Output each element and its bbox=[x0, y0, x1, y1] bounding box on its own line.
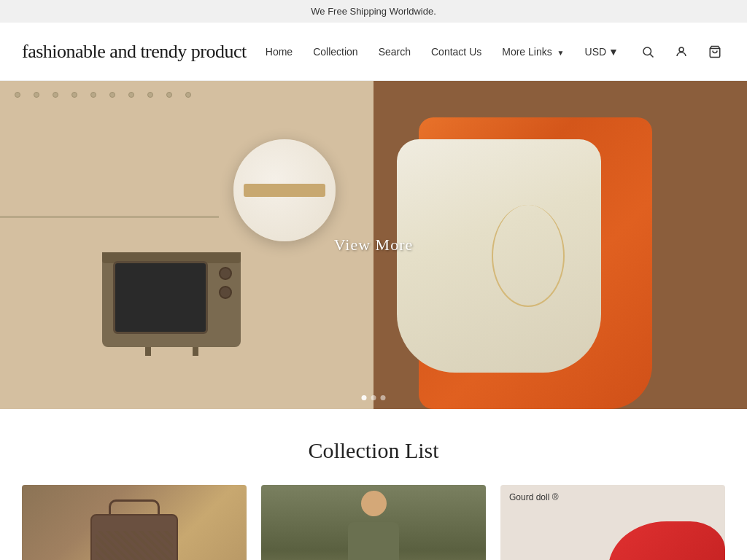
header-icons bbox=[638, 42, 725, 62]
stud-10 bbox=[185, 92, 191, 98]
account-icon bbox=[675, 45, 688, 58]
nav-contact[interactable]: Contact Us bbox=[431, 46, 481, 58]
collection-grid: Gourd doll ® bbox=[22, 485, 725, 560]
nav-more-links[interactable]: More Links ▼ bbox=[502, 46, 564, 58]
stud-7 bbox=[128, 92, 134, 98]
main-nav: Home Collection Search Contact Us More L… bbox=[266, 46, 619, 58]
collection-section: Collection List Gourd doll ® bbox=[0, 409, 747, 560]
bag-shape bbox=[90, 499, 178, 560]
cart-button[interactable] bbox=[705, 42, 725, 62]
nav-search[interactable]: Search bbox=[379, 46, 411, 58]
figure-body bbox=[348, 522, 399, 560]
currency-arrow: ▼ bbox=[608, 46, 619, 58]
collection-card-1[interactable] bbox=[22, 485, 247, 560]
view-more-button[interactable]: View More bbox=[334, 236, 413, 254]
slide-dot-2[interactable] bbox=[371, 395, 376, 400]
figure-head bbox=[361, 491, 387, 516]
site-logo[interactable]: fashionable and trendy product bbox=[22, 41, 247, 63]
wall-studs bbox=[0, 92, 219, 98]
lamp bbox=[233, 139, 336, 241]
search-icon bbox=[641, 45, 654, 58]
red-garment bbox=[608, 521, 725, 560]
account-button[interactable] bbox=[671, 42, 692, 62]
search-button[interactable] bbox=[638, 42, 658, 62]
stud-8 bbox=[147, 92, 153, 98]
shipping-text: We Free Shipping Worldwide. bbox=[311, 6, 436, 17]
jacket-figure bbox=[344, 485, 403, 560]
stud-5 bbox=[90, 92, 96, 98]
slide-dot-3[interactable] bbox=[381, 395, 386, 400]
stud-9 bbox=[166, 92, 172, 98]
tv-controls bbox=[219, 267, 232, 299]
stud-6 bbox=[109, 92, 115, 98]
tv-body bbox=[102, 252, 241, 347]
svg-point-2 bbox=[679, 47, 684, 52]
nav-collection[interactable]: Collection bbox=[313, 46, 357, 58]
nav-home[interactable]: Home bbox=[266, 46, 293, 58]
svg-point-0 bbox=[643, 47, 651, 55]
slide-indicators bbox=[362, 395, 386, 400]
collection-card-3[interactable]: Gourd doll ® bbox=[500, 485, 725, 560]
tv-legs bbox=[102, 347, 241, 356]
currency-selector[interactable]: USD ▼ bbox=[585, 46, 619, 58]
site-header: fashionable and trendy product Home Coll… bbox=[0, 23, 747, 81]
stud-3 bbox=[53, 92, 58, 98]
more-links-arrow: ▼ bbox=[557, 49, 565, 57]
cart-icon bbox=[708, 45, 721, 58]
retro-tv bbox=[102, 252, 241, 365]
bag-body bbox=[90, 514, 178, 560]
tv-leg-left bbox=[145, 347, 151, 356]
woman-figure bbox=[382, 81, 689, 409]
stud-2 bbox=[34, 92, 39, 98]
collection-title: Collection List bbox=[22, 438, 725, 463]
tv-leg-right bbox=[193, 347, 198, 356]
shipping-banner: We Free Shipping Worldwide. bbox=[0, 0, 747, 23]
slide-dot-1[interactable] bbox=[362, 395, 367, 400]
bag-pattern bbox=[96, 531, 173, 560]
svg-line-1 bbox=[650, 54, 653, 57]
necklace bbox=[492, 205, 565, 307]
tv-knob-1 bbox=[219, 267, 232, 280]
lamp-stripe bbox=[244, 184, 325, 197]
stud-4 bbox=[71, 92, 77, 98]
gourd-label: Gourd doll ® bbox=[509, 492, 559, 502]
tv-screen bbox=[113, 261, 208, 334]
stud-1 bbox=[15, 92, 20, 98]
shelf-line bbox=[0, 216, 219, 218]
tv-knob-2 bbox=[219, 286, 232, 299]
hero-section: View More bbox=[0, 81, 747, 409]
collection-card-2[interactable] bbox=[261, 485, 486, 560]
